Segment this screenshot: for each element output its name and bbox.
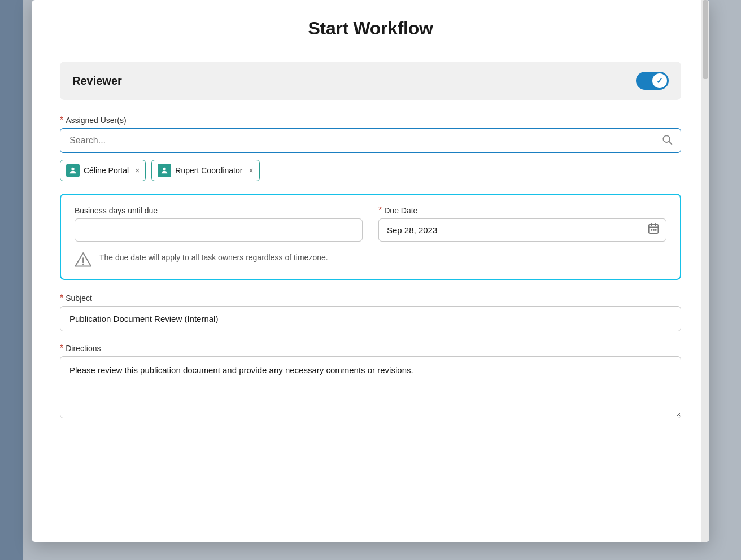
svg-point-3 bbox=[163, 168, 166, 170]
toggle-track: ✓ bbox=[636, 72, 669, 90]
reviewer-section: Reviewer ✓ bbox=[60, 62, 681, 100]
modal-body: Reviewer ✓ * Assigned User(s) bbox=[32, 50, 709, 542]
subject-label: * Subject bbox=[60, 294, 681, 303]
user-tag-name-1: Céline Portal bbox=[84, 166, 129, 175]
directions-field: * Directions Please review this publicat… bbox=[60, 344, 681, 421]
warning-row: The due date will apply to all task owne… bbox=[75, 252, 666, 269]
user-tag-name-2: Rupert Coordinator bbox=[175, 166, 242, 175]
svg-line-1 bbox=[669, 141, 672, 144]
business-days-input[interactable] bbox=[75, 218, 363, 242]
user-tags-container: Céline Portal × Rupert Coordinator × bbox=[60, 160, 681, 181]
search-icon bbox=[653, 134, 681, 148]
business-days-label: Business days until due bbox=[75, 206, 363, 215]
user-tag: Rupert Coordinator × bbox=[151, 160, 259, 181]
svg-rect-10 bbox=[655, 229, 657, 231]
svg-rect-9 bbox=[653, 229, 655, 231]
scrollbar[interactable] bbox=[701, 0, 709, 542]
due-date-label: * Due Date bbox=[378, 206, 666, 215]
calendar-icon bbox=[647, 222, 660, 238]
user-avatar-2 bbox=[158, 164, 171, 177]
user-tag-remove-2[interactable]: × bbox=[249, 167, 253, 174]
subject-input[interactable] bbox=[60, 306, 681, 331]
reviewer-label: Reviewer bbox=[72, 75, 122, 88]
svg-rect-4 bbox=[649, 225, 659, 234]
date-section: Business days until due * Due Date bbox=[60, 194, 681, 280]
scrollbar-thumb[interactable] bbox=[703, 0, 708, 79]
modal-header: Start Workflow bbox=[32, 0, 709, 50]
required-star-due: * bbox=[378, 206, 382, 215]
svg-point-2 bbox=[71, 168, 74, 170]
user-search-input[interactable] bbox=[60, 129, 653, 152]
warning-icon bbox=[75, 251, 93, 269]
date-row: Business days until due * Due Date bbox=[75, 206, 666, 242]
required-star-directions: * bbox=[60, 344, 63, 353]
user-tag: Céline Portal × bbox=[60, 160, 146, 181]
toggle-knob: ✓ bbox=[652, 73, 667, 88]
user-search-wrap[interactable] bbox=[60, 128, 681, 153]
assigned-users-label: * Assigned User(s) bbox=[60, 116, 681, 125]
due-date-input-wrap bbox=[378, 218, 666, 242]
due-date-input[interactable] bbox=[378, 218, 666, 242]
business-days-col: Business days until due bbox=[75, 206, 363, 242]
modal-wrapper: Start Workflow Reviewer ✓ * Assigne bbox=[0, 0, 741, 560]
directions-textarea[interactable]: Please review this publication document … bbox=[60, 356, 681, 418]
modal-title: Start Workflow bbox=[54, 18, 687, 39]
warning-text: The due date will apply to all task owne… bbox=[99, 252, 328, 264]
subject-field: * Subject bbox=[60, 294, 681, 331]
directions-label: * Directions bbox=[60, 344, 681, 353]
user-avatar-1 bbox=[66, 164, 80, 177]
assigned-users-field: * Assigned User(s) bbox=[60, 116, 681, 181]
required-star: * bbox=[60, 116, 63, 125]
reviewer-toggle[interactable]: ✓ bbox=[636, 72, 669, 90]
user-tag-remove-1[interactable]: × bbox=[135, 167, 140, 174]
toggle-check-icon: ✓ bbox=[656, 76, 663, 85]
svg-point-12 bbox=[82, 264, 84, 265]
background-left bbox=[0, 0, 23, 560]
due-date-col: * Due Date bbox=[378, 206, 666, 242]
svg-rect-8 bbox=[651, 229, 652, 231]
start-workflow-modal: Start Workflow Reviewer ✓ * Assigne bbox=[32, 0, 709, 542]
required-star-subject: * bbox=[60, 294, 63, 303]
